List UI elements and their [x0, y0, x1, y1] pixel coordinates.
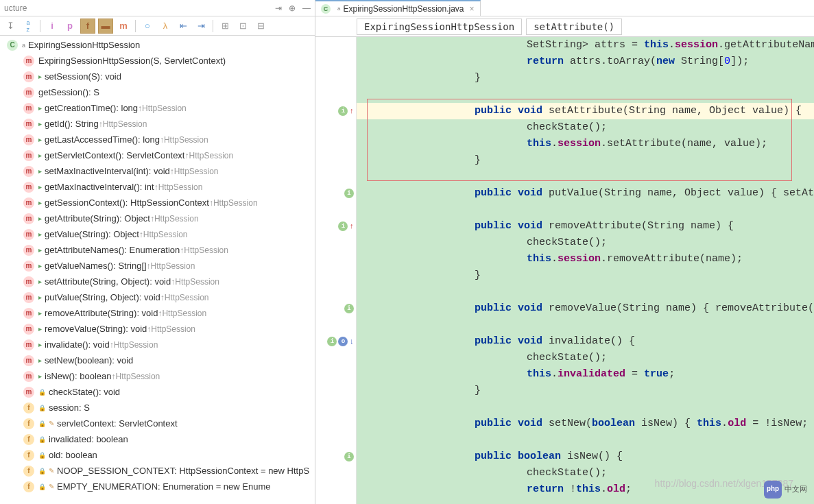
tb-opt-icon[interactable]: ⊞ [217, 19, 232, 34]
tree-item-super: ↑HttpSession [112, 372, 160, 381]
code-line[interactable]: } [357, 267, 814, 284]
tb-az-icon[interactable]: az [21, 19, 36, 34]
tb-p-icon[interactable]: p [62, 19, 77, 34]
tb-lambda-icon[interactable]: λ [158, 19, 173, 34]
tb-m-icon[interactable]: m [116, 19, 131, 34]
tree-item[interactable]: f🔒session: S [0, 400, 315, 416]
tree-item[interactable]: mExpiringSessionHttpSession(S, ServletCo… [0, 53, 315, 69]
code-editor[interactable]: SetString> attrs = this.session.getAttri… [315, 37, 814, 504]
code-line[interactable]: SetString> attrs = this.session.getAttri… [357, 37, 814, 53]
tree-item[interactable]: m▸setAttribute(String, Object): void ↑Ht… [0, 274, 315, 289]
tree-item[interactable]: f🔒✎NOOP_SESSION_CONTEXT: HttpSessionCont… [0, 463, 315, 479]
code-line[interactable]: public void setNew(boolean isNew) { this… [357, 416, 814, 432]
tree-item[interactable]: m▸getAttribute(String): Object ↑HttpSess… [0, 211, 315, 226]
tree-item[interactable]: m▸removeAttribute(String): void ↑HttpSes… [0, 305, 315, 321]
tb-expand-icon[interactable]: ⇥ [193, 19, 208, 34]
gutter-row[interactable]: i↑ [315, 218, 357, 235]
code-line[interactable] [357, 202, 814, 218]
editor-tab[interactable]: C a ExpiringSessionHttpSession.java × [315, 0, 481, 16]
code-line[interactable]: checkState(); [357, 465, 814, 481]
tree-item[interactable]: m▸setMaxInactiveInterval(int): void ↑Htt… [0, 163, 315, 179]
tree-item[interactable]: m▸getId(): String ↑HttpSession [0, 116, 315, 132]
tb-f-icon[interactable]: f [80, 19, 95, 34]
gutter-row[interactable]: i [315, 300, 357, 317]
tree-item[interactable]: m▸getLastAccessedTime(): long ↑HttpSessi… [0, 132, 315, 147]
tree-item[interactable]: m▸getCreationTime(): long ↑HttpSession [0, 100, 315, 116]
code-line[interactable]: this.invalidated = true; [357, 366, 814, 383]
tree-item[interactable]: m🔒checkState(): void [0, 384, 315, 400]
code-line[interactable]: checkState(); [357, 235, 814, 251]
tree-item[interactable]: m▸putValue(String, Object): void ↑HttpSe… [0, 289, 315, 305]
tree-item[interactable]: f🔒invalidated: boolean [0, 431, 315, 447]
implement-icon[interactable]: i [344, 452, 354, 461]
structure-tree[interactable]: C a ExpiringSessionHttpSession mExpiring… [0, 36, 315, 504]
tree-item[interactable]: f🔒old: boolean [0, 447, 315, 463]
tb-i-icon[interactable]: i [45, 19, 60, 34]
code-line[interactable]: public void putValue(String name, Object… [357, 185, 814, 202]
implement-icon[interactable]: i [327, 337, 337, 346]
tree-item[interactable]: f🔒✎servletContext: ServletContext [0, 416, 315, 431]
implement-icon[interactable]: i [344, 304, 354, 313]
tb-sort-icon[interactable]: ↧ [3, 19, 18, 34]
override-down-icon[interactable]: o [338, 337, 348, 346]
tb-collapse-icon[interactable]: ⇤ [176, 19, 191, 34]
code-line[interactable]: this.session.setAttribute(name, value); [357, 136, 814, 152]
code-line[interactable] [357, 317, 814, 333]
method-icon: m [23, 355, 34, 366]
code-line[interactable] [357, 169, 814, 185]
code-line[interactable]: } [357, 383, 814, 399]
tree-item[interactable]: m▸setSession(S): void [0, 69, 315, 84]
code-line[interactable]: public boolean isNew() { [357, 448, 814, 465]
code-line[interactable] [357, 86, 814, 103]
code-line[interactable]: } [357, 70, 814, 86]
code-line[interactable]: public void removeAttribute(String name)… [357, 218, 814, 235]
gutter-row[interactable]: i↑ [315, 103, 357, 119]
structure-opt2-icon[interactable]: ⊕ [289, 3, 296, 13]
tree-item[interactable]: mgetSession(): S [0, 84, 315, 100]
tree-item[interactable]: m▸getMaxInactiveInterval(): int ↑HttpSes… [0, 179, 315, 195]
tb-tree-icon[interactable]: ⊡ [235, 19, 250, 34]
code-line[interactable]: return !this.old; [357, 481, 814, 498]
code-line[interactable]: this.session.removeAttribute(name); [357, 251, 814, 267]
tb-pkg-icon[interactable]: ⊟ [253, 19, 268, 34]
code-line[interactable]: public void invalidate() { [357, 333, 814, 350]
tree-item[interactable]: m▸getValue(String): Object ↑HttpSession [0, 226, 315, 242]
tree-item[interactable]: f🔒✎EMPTY_ENUMERATION: Enumeration = new … [0, 479, 315, 494]
crumb-method[interactable]: setAttribute() [526, 19, 622, 35]
gutter-row[interactable]: i [315, 448, 357, 465]
tree-root[interactable]: C a ExpiringSessionHttpSession [0, 37, 315, 53]
method-icon: m [23, 150, 34, 161]
method-icon: m [23, 134, 34, 145]
code-line[interactable]: public void removeValue(String name) { r… [357, 300, 814, 317]
code-line[interactable]: checkState(); [357, 119, 814, 136]
tree-item[interactable]: m▸getAttributeNames(): Enumeration ↑Http… [0, 242, 315, 258]
code-line[interactable] [357, 399, 814, 416]
tree-item[interactable]: m▸removeValue(String): void ↑HttpSession [0, 321, 315, 337]
code-line[interactable]: } [357, 152, 814, 169]
code-body[interactable]: SetString> attrs = this.session.getAttri… [357, 37, 814, 504]
tree-item-label: setSession(S): void [45, 71, 121, 82]
tree-item[interactable]: m▸getServletContext(): ServletContext ↑H… [0, 147, 315, 163]
crumb-class[interactable]: ExpiringSessionHttpSession [357, 19, 522, 35]
tb-sort2-icon[interactable]: ▬ [98, 19, 113, 34]
tree-item[interactable]: m▸invalidate(): void ↑HttpSession [0, 337, 315, 352]
code-line[interactable]: return attrs.toArray(new String[0]); [357, 53, 814, 70]
code-line[interactable]: checkState(); [357, 350, 814, 366]
tb-circle-icon[interactable]: ○ [140, 19, 155, 34]
tree-item[interactable]: m▸getValueNames(): String[] ↑HttpSession [0, 258, 315, 274]
tree-item[interactable]: m▸isNew(): boolean ↑HttpSession [0, 368, 315, 384]
gutter-row[interactable]: i [315, 185, 357, 202]
tree-item[interactable]: m▸getSessionContext(): HttpSessionContex… [0, 195, 315, 211]
method-icon: m [23, 339, 34, 350]
override-icon[interactable]: i [338, 106, 348, 116]
structure-collapse-icon[interactable]: — [302, 3, 311, 13]
tree-item[interactable]: m▸setNew(boolean): void [0, 352, 315, 368]
code-line[interactable]: public void setAttribute(String name, Ob… [357, 103, 814, 119]
structure-opt1-icon[interactable]: ⇥ [275, 3, 282, 13]
implement-icon[interactable]: i [344, 189, 354, 198]
code-line[interactable] [357, 284, 814, 300]
tab-close-icon[interactable]: × [470, 4, 475, 14]
code-line[interactable] [357, 432, 814, 448]
gutter-row[interactable]: io↓ [315, 333, 357, 350]
override-icon[interactable]: i [338, 221, 348, 231]
